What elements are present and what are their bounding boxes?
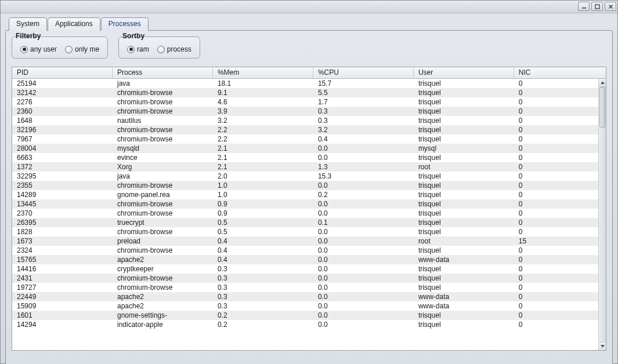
table-row[interactable]: 1828chromium-browse0.50.0trisquel0 [12,227,606,236]
table-row[interactable]: 2370chromium-browse0.90.0trisquel0 [12,209,606,218]
table-row[interactable]: 15909apache20.30.0www-data0 [12,301,606,311]
vertical-scrollbar[interactable] [598,79,606,350]
cell-process: mysqld [113,144,213,152]
radio-ram[interactable]: ram [127,45,149,53]
table-row[interactable]: 19727chromium-browse0.30.0trisquel0 [12,283,606,292]
cell-process: chromium-browse [113,209,213,217]
col-user[interactable]: User [414,67,514,78]
cell-cpu: 0.0 [313,256,414,264]
tab-system[interactable]: System [9,17,47,31]
cell-cpu: 0.0 [313,265,414,273]
cell-cpu: 0.0 [313,228,414,236]
minimize-button[interactable] [578,2,590,11]
tab-applications[interactable]: Applications [48,17,100,31]
cell-mem: 2.2 [213,135,313,143]
scroll-down-icon[interactable] [599,342,606,350]
cell-process: chromium-browse [113,283,213,292]
table-row[interactable]: 14294indicator-apple0.20.0trisquel0 [12,320,606,329]
cell-nic: 0 [514,228,606,236]
cell-nic: 0 [514,209,606,217]
table-row[interactable]: 7967chromium-browse2.20.4trisquel0 [12,134,606,144]
table-row[interactable]: 1601gnome-settings-0.20.0trisquel0 [12,311,606,320]
scroll-track[interactable] [599,87,606,342]
cell-mem: 2.1 [213,163,313,171]
cell-mem: 0.3 [213,293,313,301]
table-row[interactable]: 1372Xorg2.11.3root0 [12,162,606,172]
cell-pid: 1601 [12,311,113,319]
cell-pid: 2370 [12,209,113,217]
cell-mem: 0.4 [213,256,313,264]
table-row[interactable]: 2431chromium-browse0.30.0trisquel0 [12,274,606,283]
cell-cpu: 15.3 [313,172,414,180]
radio-label: any user [30,45,57,53]
window-controls [578,2,616,11]
col-nic[interactable]: NIC [514,67,606,78]
process-table: PID Process %Mem %CPU User NIC 25194java… [12,67,606,351]
cell-cpu: 0.0 [313,321,414,329]
table-row[interactable]: 1648nautilus3.20.3trisquel0 [12,116,606,125]
cell-mem: 0.3 [213,265,313,273]
radio-icon [127,46,135,53]
table-row[interactable]: 6663evince2.10.0trisquel0 [12,153,606,162]
scroll-up-icon[interactable] [599,79,606,87]
cell-cpu: 0.2 [313,191,414,199]
table-row[interactable]: 32196chromium-browse2.23.2trisquel0 [12,125,606,134]
cell-user: trisquel [414,191,514,199]
table-row[interactable]: 28004mysqld2.10.0mysql0 [12,144,606,153]
table-row[interactable]: 32142chromium-browse9.15.5trisquel0 [12,88,606,97]
cell-process: gnome-settings- [113,311,213,319]
cell-process: chromium-browse [113,126,213,134]
cell-nic: 0 [514,311,606,319]
col-pid[interactable]: PID [12,67,113,78]
cell-process: apache2 [113,302,213,310]
cell-cpu: 1.3 [313,163,414,171]
table-row[interactable]: 13445chromium-browse0.90.0trisquel0 [12,199,606,209]
cell-user: trisquel [414,246,514,254]
col-mem[interactable]: %Mem [213,67,313,78]
cell-mem: 0.5 [213,228,313,236]
table-row[interactable]: 26395truecrypt0.50.1trisquel0 [12,218,606,227]
cell-cpu: 0.0 [313,237,414,245]
radio-any-user[interactable]: any user [20,45,57,53]
cell-user: trisquel [414,283,514,292]
cell-nic: 0 [514,200,606,208]
table-row[interactable]: 2360chromium-browse3.90.3trisquel0 [12,107,606,116]
cell-pid: 6663 [12,154,113,162]
svg-marker-5 [601,345,605,348]
table-row[interactable]: 32295java2.015.3trisquel0 [12,172,606,181]
table-row[interactable]: 14289gnome-panel.rea1.00.2trisquel0 [12,190,606,199]
radio-only-me[interactable]: only me [65,45,99,53]
cell-user: trisquel [414,79,514,88]
cell-process: chromium-browse [113,98,213,106]
cell-cpu: 0.1 [313,219,414,227]
table-row[interactable]: 22449apache20.30.0www-data0 [12,292,606,301]
table-row[interactable]: 1673preload0.40.0root15 [12,236,606,246]
close-button[interactable] [605,2,616,11]
maximize-button[interactable] [591,2,603,11]
cell-pid: 2431 [12,274,113,282]
tab-bar: System Applications Processes [9,17,613,30]
table-row[interactable]: 15765apache20.40.0www-data0 [12,255,606,264]
scroll-thumb[interactable] [599,87,605,128]
cell-nic: 0 [514,219,606,227]
table-row[interactable]: 14416cryptkeeper0.30.0trisquel0 [12,264,606,274]
filterby-group: Filterby any user only me [12,37,108,59]
table-row[interactable]: 2355chromium-browse1.00.0trisquel0 [12,181,606,190]
col-cpu[interactable]: %CPU [313,67,414,78]
col-process[interactable]: Process [113,67,213,78]
radio-process[interactable]: process [157,45,191,53]
cell-user: root [414,163,514,171]
cell-mem: 1.0 [213,181,313,190]
cell-process: cryptkeeper [113,265,213,273]
cell-mem: 18.1 [213,79,313,88]
cell-cpu: 0.0 [313,209,414,217]
titlebar [1,1,617,13]
table-row[interactable]: 2276chromium-browse4.61.7trisquel0 [12,97,606,107]
cell-nic: 0 [514,293,606,301]
table-row[interactable]: 2324chromium-browse0.40.0trisquel0 [12,246,606,255]
cell-cpu: 0.0 [313,311,414,319]
cell-cpu: 0.0 [313,181,414,190]
tab-processes[interactable]: Processes [101,17,149,31]
cell-pid: 28004 [12,144,113,152]
table-row[interactable]: 25194java18.115.7trisquel0 [12,79,606,88]
